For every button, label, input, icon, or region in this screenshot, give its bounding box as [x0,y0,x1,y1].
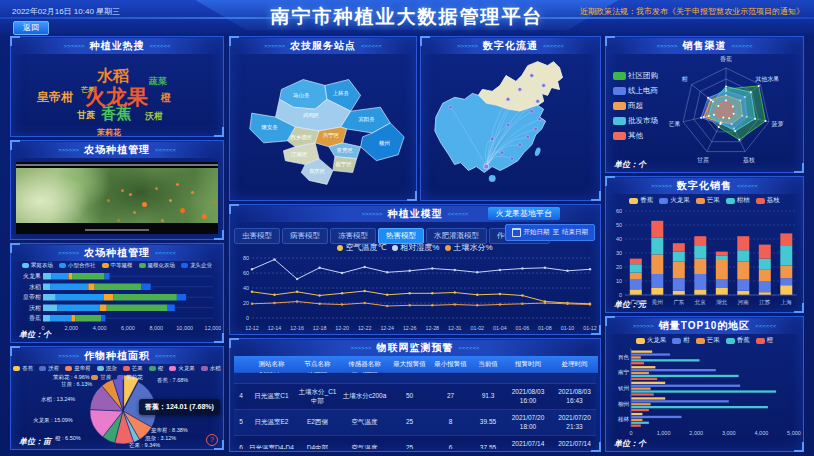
legend-item[interactable]: 相对湿度% [392,242,439,253]
legend-item[interactable]: 柑 [672,336,690,345]
bar[interactable] [631,425,641,427]
bar-segment[interactable] [630,259,642,265]
bar-segment[interactable] [50,284,88,291]
bar-segment[interactable] [72,273,105,280]
hot-search-word[interactable]: 香蕉 [101,105,131,124]
date-start-label[interactable]: 开始日期 [524,228,550,237]
farm-video-player[interactable] [16,162,218,234]
legend-item[interactable]: 沃柑 [39,365,59,372]
bar[interactable] [631,397,665,399]
iot-table-body[interactable]: 3房测试D冰温度空气温度1965.9115:0016:434日光温室C1土壤水分… [234,372,596,449]
bar-segment[interactable] [694,246,706,259]
bar[interactable] [631,353,670,355]
legend-item[interactable]: 规模化农场 [139,262,176,269]
back-button[interactable]: 返回 [13,21,49,35]
bar-segment[interactable] [651,254,663,274]
bar-segment[interactable] [76,315,102,322]
bar-segment[interactable] [694,289,706,295]
bar-segment[interactable] [630,273,642,280]
bar-segment[interactable] [43,305,57,312]
bar-segment[interactable] [168,305,175,312]
hot-search-word[interactable]: 蔬菜 [149,75,167,88]
bar[interactable] [631,400,729,402]
legend-item[interactable]: 香蕉 [726,336,750,345]
bar-segment[interactable] [95,284,142,291]
bar-segment[interactable] [101,315,105,322]
date-range-picker[interactable]: 开始日期 至 结束日期 [505,224,596,241]
bar-segment[interactable] [694,236,706,246]
bar[interactable] [631,375,739,377]
bar-segment[interactable] [651,274,663,288]
legend-item[interactable]: 小型合作社 [59,262,96,269]
bar-segment[interactable] [737,291,749,295]
bar-segment[interactable] [780,278,792,285]
bar-segment[interactable] [716,280,728,288]
bar[interactable] [631,369,716,371]
bar-segment[interactable] [716,252,728,256]
bar-segment[interactable] [107,305,168,312]
hot-search-word[interactable]: 橙 [161,91,171,105]
bar-segment[interactable] [780,246,792,266]
legend-item[interactable]: 茉莉花 [117,374,143,381]
bar-segment[interactable] [673,243,685,251]
bar-segment[interactable] [737,261,749,279]
bar-segment[interactable] [759,292,771,295]
bar-segment[interactable] [56,294,104,301]
legend-item[interactable]: 橙 [149,365,164,372]
bar[interactable] [631,382,665,384]
bar-segment[interactable] [105,273,110,280]
legend-item[interactable]: 橙 [756,336,774,345]
bar-segment[interactable] [104,294,113,301]
bar[interactable] [631,413,642,415]
table-row[interactable]: 5日光温室E2E2西侧空气温度25839.552021/07/2018:0020… [234,410,596,436]
legend-item[interactable]: 甘蔗 [91,374,111,381]
legend-item[interactable]: 火龙果 [659,196,690,205]
hot-search-word[interactable]: 茉莉花 [97,127,121,138]
bar-segment[interactable] [69,273,73,280]
legend-item[interactable]: 土壤水分% [445,242,492,253]
legend-item[interactable]: 空气温度℃ [337,242,386,253]
legend-item[interactable]: 芒果 [123,365,143,372]
bar[interactable] [631,416,682,418]
bar[interactable] [631,366,655,368]
bar[interactable] [631,356,641,358]
bar-segment[interactable] [694,259,706,274]
bar[interactable] [631,422,649,424]
bar[interactable] [631,388,651,390]
bar[interactable] [631,385,740,387]
bar-segment[interactable] [759,270,771,281]
bar-segment[interactable] [651,221,663,238]
bar-segment[interactable] [630,289,642,295]
date-end-label[interactable]: 结束日期 [562,228,588,237]
bar-segment[interactable] [737,236,749,250]
bar-segment[interactable] [177,294,186,301]
hot-search-word[interactable]: 沃柑 [145,110,163,123]
legend-item[interactable]: 水稻 [201,365,221,372]
bar[interactable] [631,372,649,374]
bar-segment[interactable] [630,280,642,290]
bar[interactable] [631,419,642,421]
bar-segment[interactable] [651,288,663,295]
legend-item[interactable]: 荔枝 [756,196,780,205]
legend-item[interactable]: 芒果 [696,336,720,345]
bar-segment[interactable] [780,233,792,246]
legend-item[interactable]: 柑桔 [726,196,750,205]
bar-segment[interactable] [759,259,771,270]
legend-item[interactable]: 家庭农场 [22,262,53,269]
bar-segment[interactable] [100,305,107,312]
legend-item[interactable]: 皇帝柑 [65,365,91,372]
bar-segment[interactable] [716,288,728,295]
legend-item[interactable]: 龙头企业 [181,262,212,269]
bar-segment[interactable] [113,294,177,301]
bar[interactable] [631,359,700,361]
table-row[interactable]: 4日光温室C1土壤水分_C1中部土壤水分c200a502791.32021/08… [234,384,596,410]
bar-segment[interactable] [43,315,50,322]
bar[interactable] [631,351,652,353]
legend-item[interactable]: 混杂 [97,365,117,372]
bar-segment[interactable] [737,280,749,291]
help-icon[interactable]: ? [206,434,218,446]
bar[interactable] [631,362,644,364]
table-row[interactable]: 3房测试D冰温度空气温度1965.9115:0016:43 [234,372,596,384]
bar-segment[interactable] [43,284,50,291]
table-row[interactable]: 6日光温室D4-D4D4中部空气温度25637.552021/07/1416:0… [234,436,596,450]
